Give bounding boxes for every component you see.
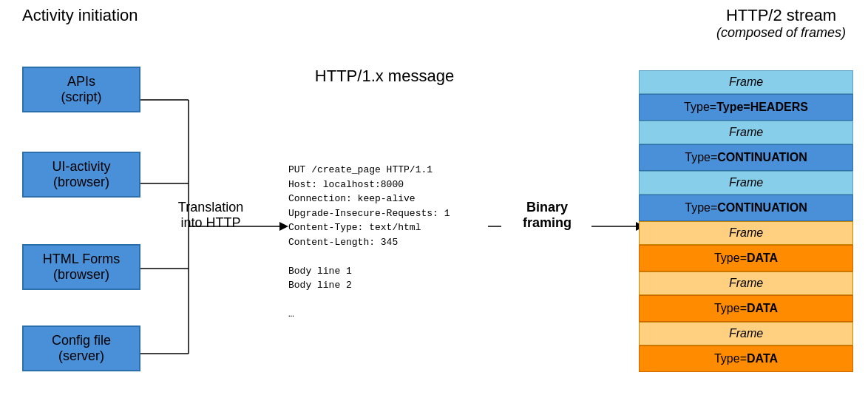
frame-label-2: Frame <box>639 121 853 144</box>
frame-type-continuation-1: Type=CONTINUATION <box>639 144 853 171</box>
frames-container: Frame Type=Type=HEADERS Frame Type=CONTI… <box>639 70 853 372</box>
translation-label: Translationinto HTTP <box>163 200 259 231</box>
diagram: Activity initiation HTTP/2 stream (compo… <box>0 0 868 398</box>
http-text-block: PUT /create_page HTTP/1.1 Host: localhos… <box>288 163 450 322</box>
frame-label-6: Frame <box>639 322 853 345</box>
frame-label-5: Frame <box>639 271 853 295</box>
frame-data-2: Frame Type=DATA <box>639 271 853 322</box>
left-title: Activity initiation <box>22 6 138 25</box>
activity-box-apis: APIs (script) <box>22 67 140 112</box>
frame-continuation-2: Frame Type=CONTINUATION <box>639 171 853 221</box>
frame-type-data-2: Type=DATA <box>639 295 853 322</box>
frame-type-data-1: Type=DATA <box>639 245 853 271</box>
activity-box-ui: UI-activity (browser) <box>22 152 140 198</box>
activity-box-html: HTML Forms (browser) <box>22 244 140 290</box>
frame-label-4: Frame <box>639 221 853 245</box>
frame-headers: Frame Type=Type=HEADERS <box>639 70 853 121</box>
frame-label-1: Frame <box>639 70 853 94</box>
svg-marker-7 <box>279 222 288 231</box>
frame-type-data-3: Type=DATA <box>639 345 853 372</box>
frame-type-continuation-2: Type=CONTINUATION <box>639 195 853 221</box>
frame-continuation-1: Frame Type=CONTINUATION <box>639 121 853 171</box>
activity-box-config: Config file (server) <box>22 326 140 371</box>
frame-type-headers: Type=Type=HEADERS <box>639 94 853 121</box>
binary-framing-label: Binaryframing <box>503 200 591 231</box>
frame-data-3: Frame Type=DATA <box>639 322 853 372</box>
frame-data-1: Frame Type=DATA <box>639 221 853 271</box>
frame-label-3: Frame <box>639 171 853 195</box>
right-title: HTTP/2 stream (composed of frames) <box>716 6 846 41</box>
http-message-label: HTTP/1.x message <box>281 67 488 86</box>
